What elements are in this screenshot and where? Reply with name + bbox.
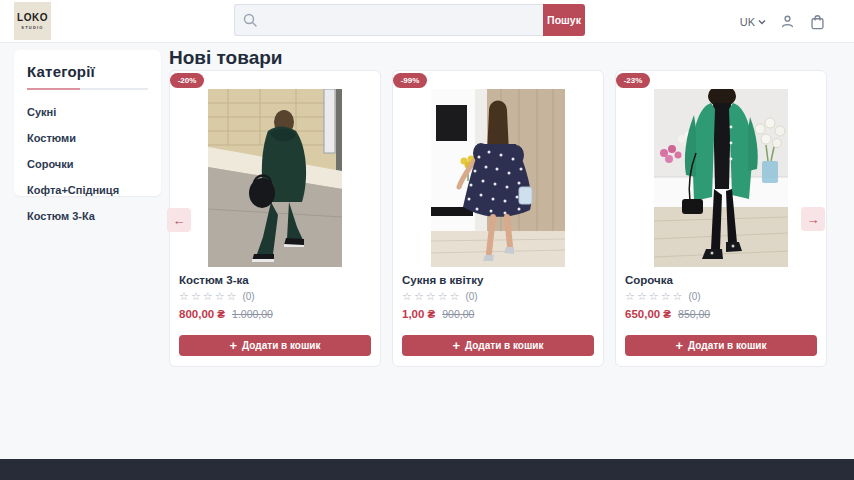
- plus-icon: +: [230, 339, 238, 352]
- product-rating: ☆ ☆ ☆ ☆ ☆ (0): [179, 291, 380, 302]
- add-to-cart-label: Додати в кошик: [465, 340, 543, 351]
- account-button[interactable]: [778, 13, 796, 31]
- language-selector[interactable]: UK: [740, 16, 766, 28]
- arrow-left-icon: ←: [173, 213, 186, 228]
- product-prices: 650,00 ₴ 850,00: [625, 308, 826, 320]
- old-price: 1.000,00: [232, 308, 273, 320]
- page-title: Нові товари: [169, 47, 283, 69]
- product-title[interactable]: Сорочка: [625, 274, 826, 286]
- star-icon: ☆: [450, 291, 460, 302]
- add-to-cart-button[interactable]: + Додати в кошик: [625, 335, 817, 356]
- product-prices: 1,00 ₴ 900,00: [402, 308, 603, 320]
- header: LOKO STUDIO Пошук UK: [0, 0, 854, 43]
- search-input[interactable]: [234, 4, 543, 36]
- product-card: -99%: [392, 70, 604, 367]
- sidebar-item-suit-3piece[interactable]: Костюм 3-Ка: [27, 205, 148, 227]
- categories-title: Категорії: [27, 63, 148, 80]
- product-image[interactable]: [208, 89, 342, 267]
- star-icon: ☆: [625, 291, 635, 302]
- current-price: 800,00 ₴: [179, 308, 225, 320]
- search-bar: Пошук: [234, 4, 585, 36]
- star-icon: ☆: [661, 291, 671, 302]
- add-to-cart-label: Додати в кошик: [242, 340, 320, 351]
- rating-count: (0): [688, 291, 700, 302]
- footer: [0, 459, 854, 480]
- header-actions: UK: [740, 0, 826, 43]
- plus-icon: +: [676, 339, 684, 352]
- star-icon: ☆: [649, 291, 659, 302]
- add-to-cart-button[interactable]: + Додати в кошик: [179, 335, 371, 356]
- categories-panel: Категорії Сукні Костюми Сорочки Кофта+Сп…: [14, 50, 161, 196]
- carousel-next-button[interactable]: →: [801, 207, 825, 231]
- user-icon: [780, 14, 795, 29]
- current-price: 650,00 ₴: [625, 308, 671, 320]
- add-to-cart-button[interactable]: + Додати в кошик: [402, 335, 594, 356]
- discount-badge: -99%: [393, 73, 427, 88]
- star-icon: ☆: [438, 291, 448, 302]
- current-price: 1,00 ₴: [402, 308, 435, 320]
- product-title[interactable]: Сукня в квітку: [402, 274, 603, 286]
- product-image[interactable]: [654, 89, 788, 267]
- product-photo-suit-3piece: [208, 89, 342, 267]
- product-rating: ☆ ☆ ☆ ☆ ☆ (0): [402, 291, 603, 302]
- logo[interactable]: LOKO STUDIO: [14, 2, 51, 40]
- star-icon: ☆: [191, 291, 201, 302]
- sidebar-item-suits[interactable]: Костюми: [27, 127, 148, 149]
- star-icon: ☆: [402, 291, 412, 302]
- categories-list: Сукні Костюми Сорочки Кофта+Спідниця Кос…: [27, 101, 148, 227]
- product-card: -23%: [615, 70, 827, 367]
- product-prices: 800,00 ₴ 1.000,00: [179, 308, 380, 320]
- star-icon: ☆: [637, 291, 647, 302]
- old-price: 850,00: [678, 308, 710, 320]
- language-label: UK: [740, 16, 755, 28]
- star-icon: ☆: [179, 291, 189, 302]
- rating-count: (0): [465, 291, 477, 302]
- sidebar-item-sweater-skirt[interactable]: Кофта+Спідниця: [27, 179, 148, 201]
- cart-button[interactable]: [808, 13, 826, 31]
- star-icon: ☆: [426, 291, 436, 302]
- sidebar-item-dresses[interactable]: Сукні: [27, 101, 148, 123]
- shopping-bag-icon: [810, 14, 825, 30]
- rating-count: (0): [242, 291, 254, 302]
- star-icon: ☆: [673, 291, 683, 302]
- search-icon: [243, 13, 257, 27]
- logo-title: LOKO: [17, 13, 48, 23]
- logo-subtitle: STUDIO: [21, 25, 43, 30]
- product-title[interactable]: Костюм 3-ка: [179, 274, 380, 286]
- product-carousel: -20%: [169, 70, 827, 367]
- old-price: 900,00: [442, 308, 474, 320]
- chevron-down-icon: [758, 19, 766, 25]
- star-icon: ☆: [227, 291, 237, 302]
- product-photo-floral-dress: [431, 89, 565, 267]
- search-button[interactable]: Пошук: [543, 4, 585, 36]
- plus-icon: +: [453, 339, 461, 352]
- product-rating: ☆ ☆ ☆ ☆ ☆ (0): [625, 291, 826, 302]
- page: LOKO STUDIO Пошук UK: [0, 0, 854, 480]
- star-icon: ☆: [203, 291, 213, 302]
- sidebar-item-shirts[interactable]: Сорочки: [27, 153, 148, 175]
- star-icon: ☆: [414, 291, 424, 302]
- carousel-prev-button[interactable]: ←: [167, 208, 191, 232]
- star-icon: ☆: [215, 291, 225, 302]
- categories-divider: [27, 88, 148, 90]
- product-photo-shirt: [654, 89, 788, 267]
- product-image[interactable]: [431, 89, 565, 267]
- arrow-right-icon: →: [807, 212, 820, 227]
- product-card: -20%: [169, 70, 381, 367]
- discount-badge: -20%: [170, 73, 204, 88]
- discount-badge: -23%: [616, 73, 650, 88]
- add-to-cart-label: Додати в кошик: [688, 340, 766, 351]
